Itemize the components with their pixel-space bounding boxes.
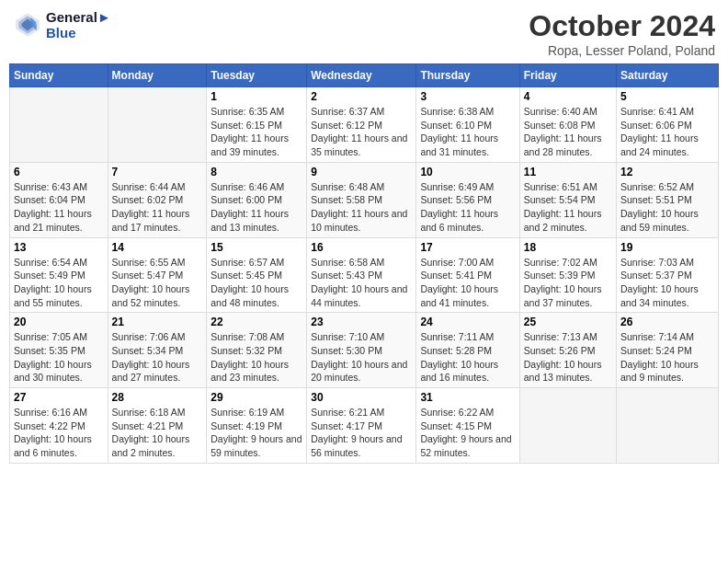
day-header-monday: Monday	[108, 64, 207, 87]
day-info: Sunrise: 6:55 AM Sunset: 5:47 PM Dayligh…	[112, 256, 203, 310]
calendar-cell: 30Sunrise: 6:21 AM Sunset: 4:17 PM Dayli…	[307, 388, 416, 464]
calendar-cell: 27Sunrise: 6:16 AM Sunset: 4:22 PM Dayli…	[10, 388, 108, 464]
calendar-cell: 19Sunrise: 7:03 AM Sunset: 5:37 PM Dayli…	[617, 237, 719, 313]
calendar-cell: 22Sunrise: 7:08 AM Sunset: 5:32 PM Dayli…	[207, 313, 307, 388]
calendar-cell: 31Sunrise: 6:22 AM Sunset: 4:15 PM Dayli…	[416, 388, 519, 464]
calendar-cell: 13Sunrise: 6:54 AM Sunset: 5:49 PM Dayli…	[10, 237, 108, 313]
day-header-saturday: Saturday	[617, 64, 719, 87]
month-title: October 2024	[529, 9, 715, 43]
calendar-cell: 20Sunrise: 7:05 AM Sunset: 5:35 PM Dayli…	[10, 313, 108, 388]
day-number: 27	[14, 391, 104, 404]
day-info: Sunrise: 7:13 AM Sunset: 5:26 PM Dayligh…	[524, 330, 612, 385]
day-number: 17	[420, 241, 515, 254]
calendar-cell: 18Sunrise: 7:02 AM Sunset: 5:39 PM Dayli…	[519, 237, 616, 313]
week-row-2: 6Sunrise: 6:43 AM Sunset: 6:04 PM Daylig…	[10, 162, 719, 237]
day-number: 28	[112, 391, 203, 404]
day-header-wednesday: Wednesday	[307, 64, 416, 87]
day-number: 6	[14, 166, 104, 178]
calendar-cell: 12Sunrise: 6:52 AM Sunset: 5:51 PM Dayli…	[617, 162, 719, 237]
day-info: Sunrise: 6:35 AM Sunset: 6:15 PM Dayligh…	[210, 105, 302, 159]
day-info: Sunrise: 6:46 AM Sunset: 6:00 PM Dayligh…	[210, 180, 302, 235]
day-info: Sunrise: 7:11 AM Sunset: 5:28 PM Dayligh…	[420, 330, 515, 385]
day-number: 2	[311, 90, 412, 103]
day-header-sunday: Sunday	[10, 64, 108, 87]
week-row-3: 13Sunrise: 6:54 AM Sunset: 5:49 PM Dayli…	[10, 237, 719, 313]
calendar-cell: 4Sunrise: 6:40 AM Sunset: 6:08 PM Daylig…	[519, 87, 616, 163]
day-info: Sunrise: 6:57 AM Sunset: 5:45 PM Dayligh…	[210, 256, 302, 310]
calendar-cell: 9Sunrise: 6:48 AM Sunset: 5:58 PM Daylig…	[307, 162, 416, 237]
day-info: Sunrise: 6:19 AM Sunset: 4:19 PM Dayligh…	[210, 406, 302, 460]
day-number: 3	[420, 90, 515, 103]
day-header-friday: Friday	[519, 64, 616, 87]
day-info: Sunrise: 6:41 AM Sunset: 6:06 PM Dayligh…	[620, 105, 714, 159]
calendar-cell: 17Sunrise: 7:00 AM Sunset: 5:41 PM Dayli…	[416, 237, 519, 313]
calendar-cell: 5Sunrise: 6:41 AM Sunset: 6:06 PM Daylig…	[617, 87, 719, 163]
day-number: 26	[620, 316, 714, 328]
day-info: Sunrise: 7:02 AM Sunset: 5:39 PM Dayligh…	[524, 256, 612, 310]
calendar-cell	[617, 388, 719, 464]
day-info: Sunrise: 6:43 AM Sunset: 6:04 PM Dayligh…	[14, 180, 104, 235]
day-info: Sunrise: 6:38 AM Sunset: 6:10 PM Dayligh…	[420, 105, 515, 159]
day-info: Sunrise: 6:22 AM Sunset: 4:15 PM Dayligh…	[420, 406, 515, 460]
logo: General► Blue	[13, 9, 111, 40]
day-number: 24	[420, 316, 515, 328]
week-row-5: 27Sunrise: 6:16 AM Sunset: 4:22 PM Dayli…	[10, 388, 719, 464]
calendar-cell: 23Sunrise: 7:10 AM Sunset: 5:30 PM Dayli…	[307, 313, 416, 388]
calendar-cell: 15Sunrise: 6:57 AM Sunset: 5:45 PM Dayli…	[207, 237, 307, 313]
calendar-cell	[108, 87, 207, 163]
calendar-cell: 6Sunrise: 6:43 AM Sunset: 6:04 PM Daylig…	[10, 162, 108, 237]
day-number: 1	[210, 90, 302, 103]
day-number: 14	[112, 241, 203, 254]
calendar-cell: 3Sunrise: 6:38 AM Sunset: 6:10 PM Daylig…	[416, 87, 519, 163]
calendar-table: SundayMondayTuesdayWednesdayThursdayFrid…	[9, 63, 719, 464]
calendar-cell: 11Sunrise: 6:51 AM Sunset: 5:54 PM Dayli…	[519, 162, 616, 237]
day-info: Sunrise: 7:08 AM Sunset: 5:32 PM Dayligh…	[210, 330, 302, 385]
day-info: Sunrise: 7:10 AM Sunset: 5:30 PM Dayligh…	[311, 330, 412, 385]
day-info: Sunrise: 6:37 AM Sunset: 6:12 PM Dayligh…	[311, 105, 412, 159]
calendar-cell: 26Sunrise: 7:14 AM Sunset: 5:24 PM Dayli…	[617, 313, 719, 388]
calendar-cell	[10, 87, 108, 163]
day-info: Sunrise: 6:58 AM Sunset: 5:43 PM Dayligh…	[311, 256, 412, 310]
calendar-cell	[519, 388, 616, 464]
day-number: 23	[311, 316, 412, 328]
day-info: Sunrise: 7:05 AM Sunset: 5:35 PM Dayligh…	[14, 330, 104, 385]
calendar-cell: 16Sunrise: 6:58 AM Sunset: 5:43 PM Dayli…	[307, 237, 416, 313]
day-number: 7	[112, 166, 203, 178]
day-number: 20	[14, 316, 104, 328]
logo-icon	[13, 10, 42, 40]
day-info: Sunrise: 6:18 AM Sunset: 4:21 PM Dayligh…	[112, 406, 203, 460]
week-row-4: 20Sunrise: 7:05 AM Sunset: 5:35 PM Dayli…	[10, 313, 719, 388]
page-header: General► Blue October 2024 Ropa, Lesser …	[9, 9, 719, 58]
calendar-cell: 14Sunrise: 6:55 AM Sunset: 5:47 PM Dayli…	[108, 237, 207, 313]
location: Ropa, Lesser Poland, Poland	[529, 43, 715, 58]
title-block: October 2024 Ropa, Lesser Poland, Poland	[529, 9, 715, 58]
day-info: Sunrise: 6:54 AM Sunset: 5:49 PM Dayligh…	[14, 256, 104, 310]
calendar-cell: 24Sunrise: 7:11 AM Sunset: 5:28 PM Dayli…	[416, 313, 519, 388]
calendar-cell: 29Sunrise: 6:19 AM Sunset: 4:19 PM Dayli…	[207, 388, 307, 464]
day-info: Sunrise: 7:06 AM Sunset: 5:34 PM Dayligh…	[112, 330, 203, 385]
day-number: 30	[311, 391, 412, 404]
day-info: Sunrise: 6:48 AM Sunset: 5:58 PM Dayligh…	[311, 180, 412, 235]
day-number: 10	[420, 166, 515, 178]
day-number: 16	[311, 241, 412, 254]
day-info: Sunrise: 6:44 AM Sunset: 6:02 PM Dayligh…	[112, 180, 203, 235]
day-number: 9	[311, 166, 412, 178]
day-number: 22	[210, 316, 302, 328]
day-info: Sunrise: 6:21 AM Sunset: 4:17 PM Dayligh…	[311, 406, 412, 460]
calendar-cell: 7Sunrise: 6:44 AM Sunset: 6:02 PM Daylig…	[108, 162, 207, 237]
logo-text: General► Blue	[46, 9, 111, 40]
calendar-cell: 10Sunrise: 6:49 AM Sunset: 5:56 PM Dayli…	[416, 162, 519, 237]
calendar-cell: 28Sunrise: 6:18 AM Sunset: 4:21 PM Dayli…	[108, 388, 207, 464]
day-info: Sunrise: 7:14 AM Sunset: 5:24 PM Dayligh…	[620, 330, 714, 385]
day-number: 29	[210, 391, 302, 404]
day-number: 4	[524, 90, 612, 103]
day-number: 8	[210, 166, 302, 178]
day-info: Sunrise: 7:00 AM Sunset: 5:41 PM Dayligh…	[420, 256, 515, 310]
day-header-thursday: Thursday	[416, 64, 519, 87]
calendar-cell: 25Sunrise: 7:13 AM Sunset: 5:26 PM Dayli…	[519, 313, 616, 388]
calendar-cell: 21Sunrise: 7:06 AM Sunset: 5:34 PM Dayli…	[108, 313, 207, 388]
calendar-cell: 2Sunrise: 6:37 AM Sunset: 6:12 PM Daylig…	[307, 87, 416, 163]
day-header-tuesday: Tuesday	[207, 64, 307, 87]
week-row-1: 1Sunrise: 6:35 AM Sunset: 6:15 PM Daylig…	[10, 87, 719, 163]
calendar-cell: 8Sunrise: 6:46 AM Sunset: 6:00 PM Daylig…	[207, 162, 307, 237]
